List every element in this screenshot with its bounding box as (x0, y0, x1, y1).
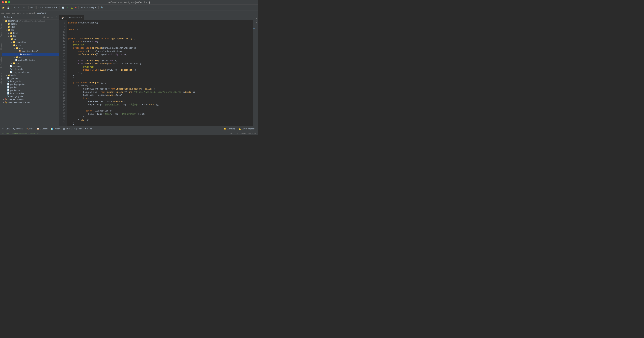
tree-proguard[interactable]: 📄 proguard-rules.pro (2, 71, 59, 74)
tree-buildgradle[interactable]: 🔧 build.gradle (2, 80, 59, 83)
arrow-icon: ▼ (8, 38, 10, 40)
tree-mainactivity[interactable]: ☕ MainActivity (2, 53, 59, 56)
tree-local-props-label: local.properties (10, 92, 24, 94)
tree-mainactivity-label: MainActivity (23, 53, 34, 55)
logcat-icon: 📋 (37, 128, 39, 130)
tree-src[interactable]: ▼ 📁 src (2, 38, 59, 40)
sync-btn[interactable]: 🔄 (61, 6, 65, 10)
tree-app[interactable]: ▼ 📁 app (2, 28, 59, 32)
breadcrumb-mainactivity[interactable]: MainActivity (37, 12, 46, 14)
minimize-button[interactable] (5, 1, 7, 3)
folder-icon: 📁 (8, 74, 10, 76)
status-bar: Success: Operation succeeded (2 minutes … (0, 131, 258, 135)
arrow-icon: ▶ (6, 23, 7, 25)
file-icon: 📄 (15, 59, 18, 61)
toolbar-open-btn[interactable]: 📁 (1, 6, 6, 10)
tree-gradle-props[interactable]: 📄 gradle.properties (2, 83, 59, 86)
breadcrumb-com[interactable]: com (17, 12, 21, 14)
folder-icon: 📁 (13, 62, 15, 64)
folder-icon: 📁 (10, 32, 12, 34)
terminal-btn[interactable]: ▸_ Terminal (12, 127, 24, 130)
toolbar-save-btn[interactable]: 💾 (6, 6, 10, 10)
editor-tab-mainactivity[interactable]: ☕ MainActivity.java ✕ (59, 15, 84, 20)
line-ending: LF (236, 132, 238, 134)
toolbar-back-btn[interactable]: ◀ (13, 6, 16, 10)
run-btn[interactable]: ▶ (66, 6, 69, 10)
close-button[interactable] (2, 1, 4, 3)
arrow-icon: ▶ (3, 98, 4, 100)
resource-manager-tab[interactable]: Resource Manager (0, 22, 2, 38)
tree-androidtest[interactable]: ▶ 📁 androidTest (2, 40, 59, 44)
search-btn[interactable]: 🔍 (100, 6, 104, 10)
build-btn[interactable]: 🔨 Build (25, 127, 35, 130)
tree-gitignore-app[interactable]: 📄 .gitignore (2, 65, 59, 68)
tree-libs[interactable]: ▶ 📁 libs (2, 34, 59, 38)
tree-gitignore[interactable]: 📄 .gitignore (2, 77, 59, 80)
toolbar-forward-btn[interactable]: ▶ (17, 6, 20, 10)
folder-icon: 📁 (8, 29, 10, 31)
favorites-tab[interactable]: 2: Favorites (0, 56, 2, 69)
folder-icon: 📁 (16, 56, 18, 58)
app-selector[interactable]: app ▾ (28, 6, 36, 9)
file-icon: 📄 (7, 89, 10, 92)
tree-manifest[interactable]: 📄 AndroidManifest.xml (2, 59, 59, 62)
tree-netdemo2[interactable]: ▼ 📁 NetDemo2 ~/AndroidStudioProjects/Net… (2, 20, 59, 22)
tree-gradlew[interactable]: 📄 gradlew (2, 86, 59, 89)
folder-icon: 📁 (16, 47, 18, 49)
logcat-label: 6: Logcat (40, 128, 48, 130)
logcat-btn[interactable]: 📋 6: Logcat (36, 127, 49, 130)
project-sidebar: Project ▾ ⚙ ⊕ — ⋮ ▼ 📁 NetDemo2 ~/Android… (2, 15, 59, 126)
stop-btn[interactable]: ■ (74, 6, 77, 10)
toolbar-undo-btn[interactable]: ↩ (22, 6, 26, 10)
editor-tabs: ☕ MainActivity.java ✕ (59, 15, 253, 20)
build-variants-tab[interactable]: Build Variants (0, 72, 2, 86)
tree-gradle[interactable]: ▶ 📁 gradle (2, 74, 59, 77)
editor-tab-label: MainActivity.java (65, 16, 80, 19)
tree-gradle-dot[interactable]: ▶ 📁 .gradle (2, 22, 59, 26)
sidebar-more-btn[interactable]: ⋮ (55, 16, 58, 18)
breadcrumb-src[interactable]: src (1, 12, 4, 14)
debug-btn[interactable]: 🐛 (70, 6, 74, 10)
sidebar-collapse-btn[interactable]: — (50, 16, 54, 18)
tree-external-libs[interactable]: ▶ 📚 External Libraries (2, 98, 59, 101)
tree-src-label: src (14, 38, 16, 40)
code-editor[interactable]: package com.nb.netdemo2; import ... publ… (67, 20, 253, 126)
tree-buildgradle-app[interactable]: 🔧 build.gradle (2, 68, 59, 71)
tree-test[interactable]: ▶ 📁 test (2, 62, 59, 65)
arrow-icon: ▶ (11, 41, 12, 43)
event-log-btn[interactable]: 🔔 Event Log (222, 127, 237, 130)
tree-idea[interactable]: ▶ 📁 .idea (2, 26, 59, 28)
run-btn-bottom[interactable]: ▶ 4: Run (84, 127, 94, 130)
profiler-btn[interactable]: 📊 Profiler (50, 127, 61, 130)
breadcrumb-java[interactable]: java (12, 12, 15, 14)
tree-idea-label: .idea (10, 26, 15, 28)
breadcrumb-main[interactable]: main (6, 12, 10, 14)
layout-inspector-btn[interactable]: 📐 Layout Inspector (237, 127, 256, 130)
tree-buildgradle-app-label: build.gradle (13, 68, 23, 70)
maximize-button[interactable] (8, 1, 10, 3)
breadcrumb-netdemo2[interactable]: netdemo2 (26, 12, 35, 14)
tree-build[interactable]: ▶ 📁 build (2, 32, 59, 34)
activity-selector[interactable]: MainActivity ▾ (80, 6, 97, 9)
device-selector[interactable]: Xiaomi M2007J17C ▾ (36, 6, 58, 9)
tree-main[interactable]: ▼ 📁 main (2, 44, 59, 46)
todo-btn[interactable]: ☑ TODO (1, 127, 12, 130)
gradle-tab[interactable]: Gradle (255, 17, 258, 24)
tree-res[interactable]: ▶ 📁 res (2, 56, 59, 59)
sidebar-expand-btn[interactable]: ⊕ (46, 16, 50, 18)
tree-local-props[interactable]: 📄 local.properties (2, 92, 59, 95)
tree-gradlew-bat[interactable]: 📄 gradlew.bat (2, 89, 59, 92)
structure-tab[interactable]: 2: Structure (0, 41, 2, 53)
db-icon: 🗄 (63, 128, 65, 130)
sidebar-settings-btn[interactable]: ⚙ (42, 16, 46, 18)
arrow-icon: ▶ (8, 35, 10, 37)
db-inspector-btn[interactable]: 🗄 Database Inspector (62, 127, 83, 130)
bottom-right-tools: 🔔 Event Log 📐 Layout Inspector (222, 127, 256, 130)
tree-scratches[interactable]: ▶ ✏️ Scratches and Consoles (2, 101, 59, 104)
right-panel-tabs: Gradle (255, 15, 258, 126)
tab-close-btn[interactable]: ✕ (80, 17, 82, 18)
tree-package[interactable]: ▼ 📦 com.nb.netdemo2 (2, 50, 59, 53)
breadcrumb-nb[interactable]: nb (22, 12, 24, 14)
tree-java[interactable]: ▼ 📁 java (2, 46, 59, 50)
tree-settings-gradle[interactable]: 🔧 settings.gradle (2, 95, 59, 98)
